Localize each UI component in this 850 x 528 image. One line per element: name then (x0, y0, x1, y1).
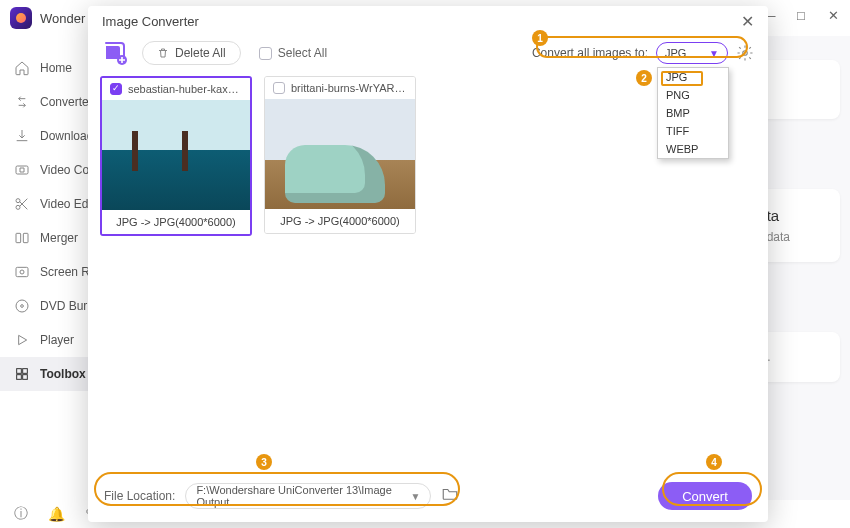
sidebar-item-label: Toolbox (40, 367, 86, 381)
image-item-header: brittani-burns-WrYAR-yD... (265, 77, 415, 99)
svg-rect-4 (23, 233, 28, 242)
select-all-label: Select All (278, 46, 327, 60)
checkbox-icon (259, 47, 272, 60)
dialog-toolbar: Delete All Select All Convert all images… (88, 36, 768, 70)
image-filename: sebastian-huber-kax6gD... (128, 83, 242, 95)
chevron-down-icon: ▼ (410, 491, 420, 502)
image-thumbnail (102, 100, 250, 210)
selected-format: JPG (665, 47, 686, 59)
convert-to-label: Convert all images to: (532, 46, 648, 60)
download-icon (14, 128, 30, 144)
svg-point-7 (16, 300, 28, 312)
dialog-close-button[interactable]: ✕ (741, 12, 754, 31)
settings-button[interactable] (736, 44, 754, 62)
folder-icon (441, 485, 459, 503)
sidebar-item-label: Home (40, 61, 72, 75)
dialog-title: Image Converter (102, 14, 199, 29)
dialog-footer: File Location: F:\Wondershare UniConvert… (88, 470, 768, 522)
record-icon (14, 264, 30, 280)
sidebar-item-label: Converter (40, 95, 93, 109)
delete-all-label: Delete All (175, 46, 226, 60)
image-item[interactable]: sebastian-huber-kax6gD... JPG -> JPG(400… (100, 76, 252, 236)
output-format-select[interactable]: JPG ▼ JPG PNG BMP TIFF WEBP (656, 42, 728, 64)
convert-icon (14, 94, 30, 110)
svg-point-8 (21, 305, 24, 308)
svg-rect-12 (23, 375, 28, 380)
sidebar-item-label: Downloader (40, 129, 94, 143)
image-checkbox[interactable] (273, 82, 285, 94)
image-checkbox[interactable] (110, 83, 122, 95)
play-icon (14, 332, 30, 348)
dialog-header: Image Converter ✕ (88, 6, 768, 36)
merge-icon (14, 230, 30, 246)
open-folder-button[interactable] (441, 485, 463, 507)
sidebar-item-label: Player (40, 333, 74, 347)
select-all-checkbox[interactable]: Select All (259, 46, 327, 60)
annotation-badge-3: 3 (256, 454, 272, 470)
svg-rect-3 (16, 233, 21, 242)
image-conversion-info: JPG -> JPG(4000*6000) (102, 210, 250, 234)
format-option-tiff[interactable]: TIFF (658, 122, 728, 140)
maximize-button[interactable]: □ (794, 8, 808, 22)
sidebar-item-label: Merger (40, 231, 78, 245)
toolbox-icon (14, 366, 30, 382)
sidebar-item-label: DVD Burner (40, 299, 94, 313)
chevron-down-icon: ▼ (709, 48, 719, 59)
compress-icon (14, 162, 30, 178)
sidebar-item-label: Video Compressor (40, 163, 94, 177)
format-option-bmp[interactable]: BMP (658, 104, 728, 122)
delete-all-button[interactable]: Delete All (142, 41, 241, 65)
svg-rect-9 (17, 369, 22, 374)
add-image-button[interactable] (102, 40, 128, 66)
image-conversion-info: JPG -> JPG(4000*6000) (265, 209, 415, 233)
notifications-icon[interactable]: 🔔 (48, 506, 65, 522)
window-controls: — □ ✕ (762, 8, 840, 22)
image-converter-dialog: Image Converter ✕ Delete All Select All … (88, 6, 768, 522)
annotation-badge-4: 4 (706, 454, 722, 470)
trash-icon (157, 47, 169, 59)
toolbar-right: Convert all images to: JPG ▼ JPG PNG BMP… (532, 42, 754, 64)
app-logo-icon (10, 7, 32, 29)
output-path-select[interactable]: F:\Wondershare UniConverter 13\Image Out… (185, 483, 431, 509)
svg-point-14 (743, 51, 748, 56)
sidebar-item-label: Video Editor (40, 197, 94, 211)
svg-point-6 (20, 270, 24, 274)
image-thumbnail (265, 99, 415, 209)
format-dropdown: JPG PNG BMP TIFF WEBP (657, 67, 729, 159)
close-button[interactable]: ✕ (826, 8, 840, 22)
app-title: Wonder (40, 11, 85, 26)
sidebar-item-label: Screen Recorder (40, 265, 94, 279)
convert-button[interactable]: Convert (658, 482, 752, 510)
gear-icon (736, 44, 754, 62)
scissors-icon (14, 196, 30, 212)
svg-rect-0 (16, 166, 28, 174)
svg-rect-10 (23, 369, 28, 374)
home-icon (14, 60, 30, 76)
image-filename: brittani-burns-WrYAR-yD... (291, 82, 407, 94)
app-window: Wonder — □ ✕ Home Converter Downloader V… (0, 0, 850, 528)
svg-rect-5 (16, 267, 28, 276)
image-item-header: sebastian-huber-kax6gD... (102, 78, 250, 100)
output-path-value: F:\Wondershare UniConverter 13\Image Out… (196, 484, 410, 508)
format-option-webp[interactable]: WEBP (658, 140, 728, 158)
svg-rect-11 (17, 375, 22, 380)
help-icon[interactable]: ⓘ (14, 505, 28, 523)
format-option-jpg[interactable]: JPG (658, 68, 728, 86)
file-location-label: File Location: (104, 489, 175, 503)
annotation-badge-1: 1 (532, 30, 548, 46)
image-item[interactable]: brittani-burns-WrYAR-yD... JPG -> JPG(40… (264, 76, 416, 234)
disc-icon (14, 298, 30, 314)
annotation-badge-2: 2 (636, 70, 652, 86)
format-option-png[interactable]: PNG (658, 86, 728, 104)
